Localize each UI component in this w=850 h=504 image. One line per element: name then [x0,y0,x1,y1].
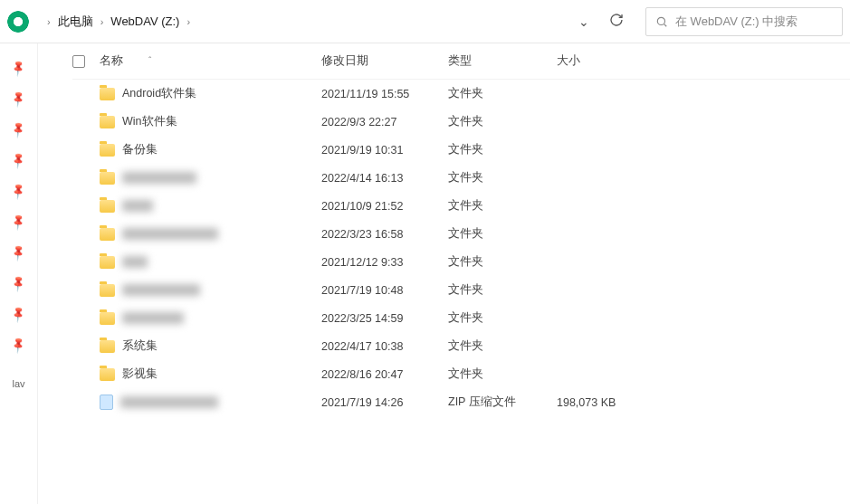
zip-file-icon [100,395,113,410]
pin-icon[interactable]: 📌 [9,151,27,169]
file-type: 文件夹 [448,114,557,129]
file-date: 2022/4/17 10:38 [321,340,448,353]
pin-icon[interactable]: 📌 [9,120,27,138]
file-type: 文件夹 [448,86,557,101]
file-row[interactable]: .2021/12/12 9:33文件夹 [72,248,850,276]
breadcrumb-root[interactable]: 此电脑 [58,14,93,30]
file-date: 2022/8/16 20:47 [321,368,448,381]
breadcrumb-drive[interactable]: WebDAV (Z:) [110,14,179,28]
nav-buttons: ⌄ [578,13,635,30]
select-all-checkbox[interactable] [72,55,100,68]
file-name: . [122,312,184,324]
svg-line-1 [664,24,667,26]
file-type: 文件夹 [448,254,557,270]
file-row[interactable]: .2021/10/9 21:52文件夹 [72,192,850,220]
pin-icon[interactable]: 📌 [9,243,27,262]
file-name: Android软件集 [122,86,196,101]
file-date: 2022/3/25 14:59 [321,312,448,325]
pin-icon[interactable]: 📌 [9,213,27,231]
quick-access-label: lav [12,378,24,389]
file-type: 文件夹 [448,282,557,298]
file-name: . [122,228,218,240]
chevron-right-icon[interactable]: › [47,16,51,27]
folder-icon [100,116,115,128]
file-rows: Android软件集2021/11/19 15:55文件夹Win软件集2022/… [72,80,850,416]
file-row[interactable]: 影视集2022/8/16 20:47文件夹 [72,360,850,388]
file-row[interactable]: .2021/7/19 10:48文件夹 [72,276,850,304]
file-row[interactable]: .2022/4/14 16:13文件夹 [72,164,850,192]
file-row[interactable]: 系统集2022/4/17 10:38文件夹 [72,332,850,360]
file-date: 2022/9/3 22:27 [321,116,448,128]
column-headers: 名称 ˆ 修改日期 类型 大小 [72,43,850,80]
pin-icon[interactable]: 📌 [9,90,27,108]
file-row[interactable]: .2022/3/25 14:59文件夹 [72,304,850,332]
search-placeholder: 在 WebDAV (Z:) 中搜索 [675,14,797,30]
file-date: 2021/12/12 9:33 [321,256,448,269]
main: 📌 📌 📌 📌 📌 📌 📌 📌 📌 📌 lav 名称 ˆ 修改日期 类型 大小 … [0,43,850,504]
file-row[interactable]: 备份集2021/9/19 10:31文件夹 [72,136,850,164]
file-row[interactable]: Win软件集2022/9/3 22:27文件夹 [72,108,850,136]
app-icon [7,11,29,33]
column-header-type[interactable]: 类型 [448,53,557,69]
folder-icon [100,88,115,100]
file-name: . [120,396,218,408]
file-date: 2021/9/19 10:31 [321,144,448,157]
toolbar: › 此电脑 › WebDAV (Z:) › ⌄ 在 WebDAV (Z:) 中搜… [0,0,850,43]
file-type: 文件夹 [448,226,557,242]
file-row[interactable]: Android软件集2021/11/19 15:55文件夹 [72,80,850,108]
file-name: Win软件集 [122,114,177,129]
pin-icon[interactable]: 📌 [9,59,27,77]
file-name: . [122,172,196,184]
file-name: . [122,256,148,268]
column-header-name-label: 名称 [100,53,123,69]
column-header-date[interactable]: 修改日期 [321,53,448,69]
breadcrumb: › 此电脑 › WebDAV (Z:) › [40,14,568,30]
folder-icon [100,284,115,297]
pin-icon[interactable]: 📌 [9,336,27,354]
svg-point-0 [657,17,664,24]
folder-icon [100,340,115,353]
pin-icon[interactable]: 📌 [9,305,27,323]
folder-icon [100,200,115,213]
file-name: . [122,200,153,212]
history-dropdown-icon[interactable]: ⌄ [578,14,589,29]
quick-access-panel: 📌 📌 📌 📌 📌 📌 📌 📌 📌 📌 lav [0,43,38,504]
column-header-size[interactable]: 大小 [557,53,656,69]
file-name: 影视集 [122,366,158,382]
folder-icon [100,312,115,325]
file-type: 文件夹 [448,366,557,382]
search-box[interactable]: 在 WebDAV (Z:) 中搜索 [645,7,843,36]
file-date: 2021/7/19 10:48 [321,284,448,297]
file-date: 2021/7/19 14:26 [321,396,448,409]
folder-icon [100,256,115,269]
file-list: 名称 ˆ 修改日期 类型 大小 Android软件集2021/11/19 15:… [38,43,850,504]
file-date: 2022/3/23 16:58 [321,228,448,241]
file-type: 文件夹 [448,198,557,214]
file-row[interactable]: .2021/7/19 14:26ZIP 压缩文件198,073 KB [72,388,850,416]
folder-icon [100,228,115,241]
file-date: 2021/11/19 15:55 [321,88,448,100]
file-size: 198,073 KB [557,396,656,409]
file-name: 系统集 [122,338,158,354]
file-type: 文件夹 [448,338,557,354]
folder-icon [100,172,115,185]
chevron-right-icon[interactable]: › [100,16,104,27]
file-row[interactable]: .2022/3/23 16:58文件夹 [72,220,850,248]
file-type: 文件夹 [448,142,557,157]
folder-icon [100,368,115,381]
refresh-icon[interactable] [609,13,624,30]
file-name: . [122,284,200,296]
pin-icon[interactable]: 📌 [9,182,27,200]
column-header-name[interactable]: 名称 ˆ [100,53,321,69]
file-date: 2022/4/14 16:13 [321,172,448,185]
file-name: 备份集 [122,142,158,157]
file-date: 2021/10/9 21:52 [321,200,448,213]
file-type: ZIP 压缩文件 [448,395,557,410]
pin-icon[interactable]: 📌 [9,274,27,292]
sort-indicator-icon: ˆ [148,56,151,66]
search-icon [655,15,668,28]
chevron-right-icon[interactable]: › [186,16,190,27]
file-type: 文件夹 [448,170,557,185]
file-type: 文件夹 [448,310,557,326]
folder-icon [100,144,115,157]
